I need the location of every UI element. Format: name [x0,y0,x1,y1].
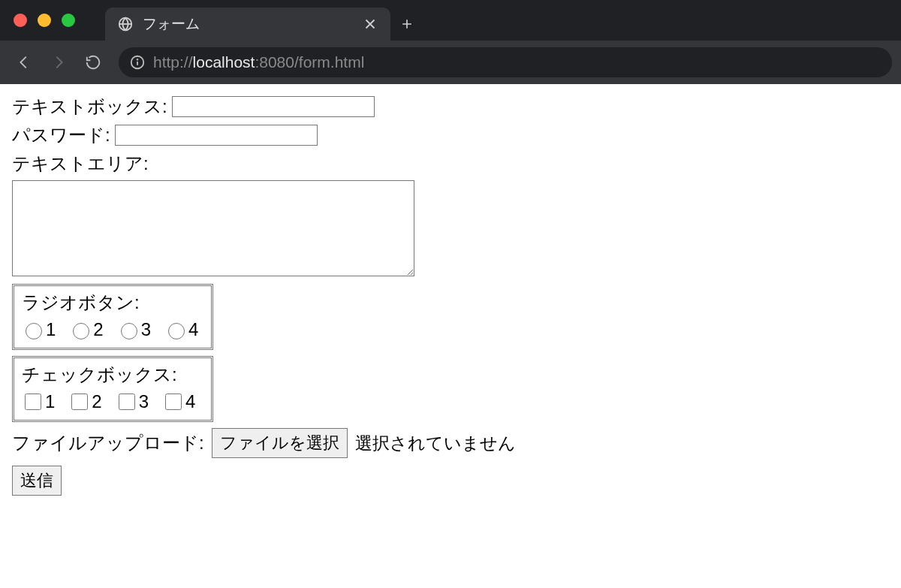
file-row: ファイルアップロード: ファイルを選択 選択されていません [12,428,889,458]
textbox-label: テキストボックス: [12,95,167,119]
radio-input[interactable] [121,323,137,339]
radio-input[interactable] [168,323,185,339]
file-select-button[interactable]: ファイルを選択 [212,428,348,458]
tab-bar: フォーム [0,0,901,41]
textarea-input[interactable] [12,180,414,276]
url-path: /form.html [294,53,364,71]
browser-tab[interactable]: フォーム [105,8,390,41]
forward-button[interactable] [44,47,74,77]
window-minimize-button[interactable] [38,14,51,27]
globe-icon [117,16,134,32]
file-upload-label: ファイルアップロード: [12,431,204,455]
radio-input[interactable] [26,323,42,339]
radio-option[interactable]: 2 [69,319,103,340]
page-content: テキストボックス: パスワード: テキストエリア: ラジオボタン: 1 2 3 [0,84,901,506]
checkbox-option[interactable]: 4 [162,391,195,412]
checkbox-group-label: チェックボックス: [22,363,203,387]
radio-option[interactable]: 1 [22,319,56,340]
radio-input[interactable] [73,323,89,339]
close-icon[interactable] [362,16,378,32]
radio-option-label: 1 [46,319,56,340]
toolbar: http://localhost:8080/form.html [0,41,901,84]
checkbox-option[interactable]: 3 [116,391,149,412]
text-row: テキストボックス: [12,95,889,119]
window-controls [14,0,75,41]
password-input[interactable] [115,125,318,146]
tab-title: フォーム [143,14,353,34]
radio-option[interactable]: 4 [164,319,198,340]
radio-group-label: ラジオボタン: [22,291,203,315]
radio-option-label: 3 [141,319,151,340]
checkbox-options: 1 2 3 4 [22,387,203,412]
checkbox-option-label: 1 [45,391,55,412]
checkbox-input[interactable] [25,394,41,410]
url-host: localhost [193,53,255,71]
checkbox-option-label: 4 [185,391,195,412]
url-text: http://localhost:8080/form.html [153,53,364,71]
textbox-input[interactable] [172,96,375,117]
radio-option-label: 4 [188,319,198,340]
address-bar[interactable]: http://localhost:8080/form.html [119,47,892,77]
checkbox-option-label: 3 [139,391,149,412]
window-close-button[interactable] [14,14,27,27]
textarea-label: テキストエリア: [12,153,149,173]
password-label: パスワード: [12,123,110,147]
reload-button[interactable] [78,47,108,77]
radio-group: ラジオボタン: 1 2 3 4 [12,284,213,350]
radio-options: 1 2 3 4 [22,315,203,340]
checkbox-option[interactable]: 1 [22,391,55,412]
submit-button[interactable]: 送信 [12,466,62,496]
radio-option[interactable]: 3 [117,319,151,340]
checkbox-input[interactable] [165,394,182,410]
url-port: :8080 [255,53,294,71]
checkbox-option[interactable]: 2 [68,391,101,412]
password-row: パスワード: [12,123,889,147]
checkbox-group: チェックボックス: 1 2 3 4 [12,356,213,422]
textarea-row: テキストエリア: [12,152,889,276]
checkbox-input[interactable] [119,394,135,410]
svg-point-3 [137,59,138,60]
window-maximize-button[interactable] [62,14,75,27]
checkbox-option-label: 2 [92,391,101,412]
checkbox-input[interactable] [71,394,88,410]
new-tab-button[interactable] [390,8,423,41]
url-scheme: http:// [153,53,193,71]
info-icon[interactable] [129,54,146,71]
browser-chrome: フォーム [0,0,901,84]
back-button[interactable] [9,47,39,77]
radio-option-label: 2 [93,319,103,340]
file-status-text: 選択されていません [355,432,516,455]
